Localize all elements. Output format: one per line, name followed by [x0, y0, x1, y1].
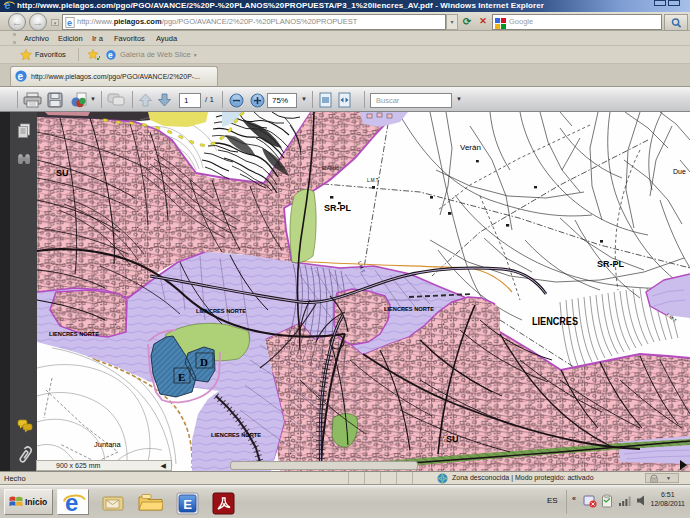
svg-text:e: e — [17, 71, 23, 82]
svg-text:LIENCRES NORTE: LIENCRES NORTE — [384, 306, 434, 312]
svg-text:LIENCRES NORTE: LIENCRES NORTE — [211, 432, 261, 438]
svg-text:E: E — [178, 371, 185, 383]
svg-text:El Abrao: El Abrao — [322, 166, 340, 171]
svg-text:SR-PL: SR-PL — [597, 259, 625, 269]
svg-text:Due: Due — [673, 168, 686, 175]
svg-text:e: e — [108, 50, 113, 60]
svg-text:SR-PL: SR-PL — [324, 203, 352, 213]
svg-text:e: e — [67, 18, 72, 28]
svg-text:LIENCRES NORTE: LIENCRES NORTE — [49, 331, 99, 337]
svg-text:SU: SU — [446, 434, 459, 444]
svg-text:SU: SU — [56, 168, 69, 178]
svg-text:LIENCRES: LIENCRES — [532, 316, 578, 327]
svg-text:E: E — [183, 497, 192, 512]
svg-text:D: D — [200, 356, 208, 368]
svg-text:L.M.T.: L.M.T. — [367, 178, 379, 183]
svg-text:LIENCRES NORTE: LIENCRES NORTE — [196, 308, 246, 314]
svg-text:Verán: Verán — [460, 143, 481, 152]
svg-text:Juntana: Juntana — [94, 440, 122, 449]
svg-text:e: e — [65, 491, 78, 515]
